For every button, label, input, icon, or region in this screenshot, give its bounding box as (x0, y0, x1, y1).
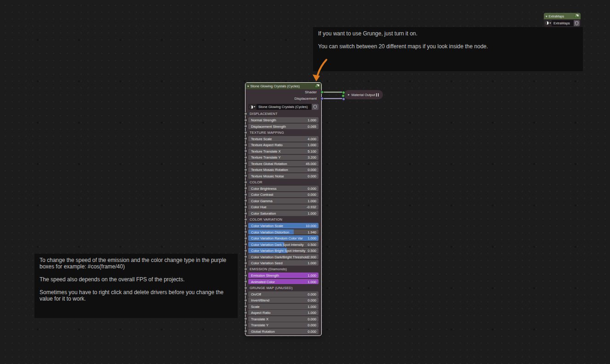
input-socket[interactable] (244, 230, 247, 233)
value-slider[interactable]: Color Variation Scale10.000 (248, 223, 319, 228)
input-socket[interactable] (244, 199, 247, 202)
input-socket[interactable] (244, 112, 247, 115)
slider-label: Texture Translate Y (251, 155, 280, 159)
value-slider[interactable]: Texture Global Rotation45.000 (248, 161, 319, 166)
extramaps-node-body: ▾ ExtraMaps (544, 19, 581, 27)
value-slider[interactable]: Texture Translate Y3.200 (248, 155, 319, 160)
node-editor-canvas[interactable]: { "notes": { "grunge": { "lines": [ "If … (0, 0, 610, 364)
input-socket[interactable] (244, 286, 247, 290)
value-slider[interactable]: Invert/Blend0.000 (248, 297, 319, 303)
extramaps-node-header[interactable]: ▾ ExtraMaps (544, 13, 581, 19)
param-row: Color Brightness0.000 (246, 185, 321, 192)
value-slider[interactable]: Translate X0.000 (248, 316, 319, 322)
input-socket[interactable] (244, 305, 247, 308)
input-socket[interactable] (244, 131, 247, 134)
input-socket[interactable] (244, 193, 247, 196)
slider-value: 5.100 (308, 149, 316, 153)
input-socket[interactable] (244, 280, 247, 283)
value-slider[interactable]: Texture Aspect Ratio1.000 (248, 142, 319, 148)
value-slider[interactable]: Color Contrast0.000 (248, 192, 319, 198)
input-socket[interactable] (244, 187, 247, 190)
input-socket[interactable] (244, 330, 247, 333)
expand-chevron-icon[interactable]: ▸ (348, 93, 350, 97)
output-socket-shader[interactable] (320, 91, 324, 94)
main-datablock-selector[interactable]: ▾ Stone Glowing Crystals (Cycles) (248, 104, 319, 110)
extramaps-datablock-name[interactable]: ExtraMaps (552, 20, 574, 26)
value-slider[interactable]: Color Variation Distortion1.940 (248, 229, 319, 235)
output-socket-displacement[interactable] (320, 97, 324, 100)
input-socket[interactable] (244, 243, 247, 246)
value-slider[interactable]: Color Variation Random Color Var1.000 (248, 235, 319, 241)
value-slider[interactable]: Emission Strength1.000 (248, 273, 319, 278)
value-slider[interactable]: Texture Translate X5.100 (248, 148, 319, 154)
slider-value: 1.000 (308, 279, 316, 284)
input-socket[interactable] (244, 168, 247, 171)
extramaps-datablock-selector[interactable]: ▾ ExtraMaps (545, 20, 580, 26)
input-socket[interactable] (244, 249, 247, 252)
material-browse-button[interactable]: ▾ (248, 104, 257, 110)
input-socket[interactable] (244, 212, 247, 215)
input-socket[interactable] (244, 267, 247, 271)
value-slider[interactable]: Color Gamma1.000 (248, 198, 319, 204)
main-node-header[interactable]: ▾ Stone Glowing Crystals (Cycles) (245, 83, 321, 89)
input-socket[interactable] (244, 237, 247, 240)
input-socket[interactable] (244, 255, 247, 258)
value-slider[interactable]: Animated Color1.000 (248, 279, 319, 284)
input-socket[interactable] (244, 317, 247, 320)
value-slider[interactable]: Color Variation Bright Spot Intensity0.5… (248, 248, 319, 253)
input-socket[interactable] (244, 125, 247, 128)
value-slider[interactable]: Translate Y0.000 (248, 322, 319, 328)
value-slider[interactable]: Color Saturation1.000 (248, 210, 319, 216)
value-slider[interactable]: Scale1.000 (248, 304, 319, 309)
collapse-chevron-icon[interactable]: ▾ (247, 85, 249, 88)
input-socket[interactable] (244, 174, 247, 177)
fake-user-shield-button[interactable] (312, 104, 319, 110)
output-label-shader: Shader (305, 90, 317, 94)
value-slider[interactable]: On/Off0.000 (248, 291, 319, 297)
input-socket[interactable] (244, 137, 247, 140)
value-slider[interactable]: Texture Scale4.000 (248, 136, 319, 142)
value-slider[interactable]: Color Variation Dark/Bright Threshold2.9… (248, 254, 319, 260)
input-socket-surface[interactable] (342, 91, 345, 94)
value-slider[interactable]: Color Variation Seed1.000 (248, 260, 319, 266)
value-slider[interactable]: Color Hue-0.932 (248, 205, 319, 210)
input-socket-volume[interactable] (342, 94, 345, 97)
input-socket[interactable] (244, 262, 247, 265)
value-slider[interactable]: Global Rotation0.000 (248, 329, 319, 334)
input-socket[interactable] (244, 205, 247, 209)
collapse-chevron-icon[interactable]: ▾ (546, 15, 547, 18)
input-socket[interactable] (244, 218, 247, 221)
input-socket[interactable] (244, 274, 247, 277)
value-slider[interactable]: Texture Mosaic Rotation0.000 (248, 167, 319, 173)
main-datablock-name[interactable]: Stone Glowing Crystals (Cycles) (257, 104, 312, 110)
input-socket[interactable] (244, 143, 247, 147)
input-socket-displacement[interactable] (342, 97, 345, 101)
slider-label: Texture Translate X (251, 149, 281, 153)
value-slider[interactable]: Displacement Strength0.065 (248, 124, 319, 129)
input-socket[interactable] (244, 299, 247, 302)
input-socket[interactable] (244, 181, 247, 184)
fake-user-shield-button[interactable] (574, 20, 580, 26)
material-browse-button[interactable]: ▾ (545, 20, 552, 26)
param-row: Color Variation Random Color Var1.000 (246, 235, 321, 241)
input-socket[interactable] (244, 224, 247, 228)
value-slider[interactable]: Aspect Ratio1.000 (248, 310, 319, 315)
value-slider[interactable]: Color Variation Dark Spot Intensity0.500 (248, 242, 319, 247)
input-socket[interactable] (244, 162, 247, 165)
value-slider[interactable]: Normal Strength1.000 (248, 117, 319, 123)
param-row: Texture Mosaic Rotation0.000 (246, 167, 321, 173)
input-socket[interactable] (244, 292, 247, 296)
value-slider[interactable]: Texture Mosaic Noise0.000 (248, 173, 319, 179)
input-socket[interactable] (244, 311, 247, 314)
param-row: Color Hue-0.932 (246, 204, 321, 210)
node-material-output[interactable]: ▸ Material Output (343, 90, 383, 100)
slider-label: Invert/Blend (251, 298, 269, 302)
value-slider[interactable]: Color Brightness0.000 (248, 186, 319, 191)
input-socket[interactable] (244, 119, 247, 122)
input-socket[interactable] (244, 149, 247, 153)
input-socket[interactable] (244, 156, 247, 159)
node-extramaps[interactable]: ▾ ExtraMaps ▾ ExtraMaps (544, 13, 581, 27)
slider-value: 1.000 (308, 311, 316, 315)
input-socket[interactable] (244, 324, 247, 327)
node-stone-glowing-crystals[interactable]: ▾ Stone Glowing Crystals (Cycles) Shader… (245, 82, 322, 336)
